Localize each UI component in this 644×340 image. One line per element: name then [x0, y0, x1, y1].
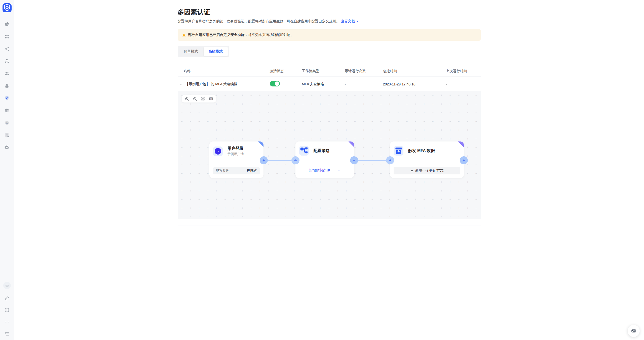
node-configure-policy[interactable]: 配置策略 新增限制条件 — [295, 141, 354, 178]
warning-banner: 部分自建应用已开启自定义安全功能，将不受本页面功能配置影响。 — [178, 29, 481, 41]
mode-tab-0[interactable]: 简单模式 — [179, 47, 203, 56]
connector-line — [264, 160, 295, 161]
node-head: 触发 MFA 数据 — [390, 141, 464, 156]
column-header-5: 上次运行时间 — [442, 69, 481, 73]
sidebar-item-letter-a[interactable]: A — [4, 120, 10, 125]
node-titles: 配置策略 — [314, 148, 330, 153]
workflow-canvas[interactable]: ++++++++++++++++++++++++++++++++++++++++… — [178, 91, 481, 219]
connector-line — [354, 160, 390, 161]
total-runs: - — [341, 82, 379, 86]
sidebar-item-cube[interactable] — [4, 108, 10, 113]
column-header-0: 名称 — [178, 69, 266, 73]
mode-tab-1[interactable]: 高级模式 — [204, 47, 228, 56]
sidebar-item-shield-check[interactable] — [4, 95, 10, 101]
table-bottom-border — [178, 219, 481, 225]
column-header-3: 累计运行次数 — [341, 69, 379, 73]
keyboard-shortcuts-button[interactable] — [628, 325, 640, 337]
add-restriction-button[interactable]: 新增限制条件 — [295, 167, 354, 174]
sidebar-item-pie-chart[interactable] — [4, 22, 10, 27]
node-subtitle: 示例用户池 — [228, 152, 244, 156]
cell-name: 【示例用户池】 的 MFA 策略编排 — [178, 82, 266, 86]
node-title: 触发 MFA 数据 — [408, 148, 435, 153]
sidebar-item-document[interactable] — [4, 132, 10, 138]
sidebar-item-robot[interactable] — [3, 282, 11, 289]
active-toggle[interactable] — [270, 81, 280, 86]
created-at: 2023-11-29 17:40:16 — [379, 82, 442, 86]
divider — [335, 169, 335, 172]
page-description-text: 配置除用户名和密码之外的第二次身份验证，配置将对所有应用生效，可在自建应用中配置… — [178, 19, 340, 24]
row-expander-icon[interactable] — [179, 82, 183, 86]
workflow-type: MFA 安全策略 — [298, 82, 341, 86]
page-description: 配置除用户名和密码之外的第二次身份验证，配置将对所有应用生效，可在自建应用中配置… — [178, 19, 481, 24]
app-root: A 多因素认证 配置除用户名和密码之外的第二次身份验证，配置将对所有应用生效，可… — [0, 0, 644, 340]
page-title: 多因素认证 — [178, 8, 481, 16]
column-header-1: 激活状态 — [266, 69, 298, 73]
cell-status — [266, 81, 298, 87]
shield-logo-icon — [3, 3, 12, 12]
connector-arrow — [291, 156, 299, 164]
plus-icon — [410, 169, 414, 172]
node-fold — [458, 141, 464, 147]
add-node-button[interactable] — [350, 156, 358, 164]
sidebar-item-collapse[interactable] — [4, 331, 10, 336]
content-column: 多因素认证 配置除用户名和密码之外的第二次身份验证，配置将对所有应用生效，可在自… — [178, 0, 481, 225]
node-user-login[interactable]: 用户登录 示例用户池 配置参数 已配置 — [209, 141, 263, 178]
svg-text:A: A — [6, 122, 8, 124]
warning-text: 部分自建应用已开启自定义安全功能，将不受本页面功能配置影响。 — [188, 33, 294, 37]
warning-icon — [182, 33, 186, 37]
archive-icon — [394, 146, 403, 156]
node-title: 配置策略 — [314, 148, 330, 153]
column-header-4: 创建时间 — [379, 69, 442, 73]
workflow-name: 【示例用户池】 的 MFA 策略编排 — [185, 82, 238, 86]
sidebar-item-link[interactable] — [4, 296, 10, 301]
node-fold — [349, 141, 354, 147]
toggle-knob — [275, 81, 279, 86]
view-docs-link[interactable]: 查看文档 — [341, 19, 359, 24]
canvas-toolbar: 1:1 — [182, 95, 216, 103]
fit-screen-button[interactable] — [201, 97, 205, 101]
sidebar-item-share[interactable] — [4, 46, 10, 52]
sidebar: A — [0, 0, 14, 340]
flow-icon — [299, 146, 309, 156]
archive-glyph — [394, 146, 403, 156]
add-node-button[interactable] — [260, 156, 268, 164]
sidebar-nav: A — [4, 22, 10, 150]
add-verification-button[interactable]: 新增一个验证方式 — [394, 167, 460, 174]
zoom-in-button[interactable] — [185, 97, 189, 101]
sidebar-item-book[interactable] — [4, 308, 10, 313]
sidebar-item-gear[interactable] — [4, 145, 10, 150]
svg-text:1:1: 1:1 — [210, 98, 212, 100]
add-verification-label: 新增一个验证方式 — [415, 168, 443, 173]
sidebar-item-apps[interactable] — [4, 34, 10, 39]
plus-icon — [462, 159, 466, 162]
sidebar-item-users[interactable] — [4, 71, 10, 76]
configure-params-label: 配置参数 — [216, 169, 229, 173]
caret-right-icon — [356, 20, 359, 23]
table-header: 名称激活状态工作流类型累计运行次数创建时间上次运行时间 — [178, 66, 481, 77]
arrow-right-icon — [388, 159, 392, 162]
node-trigger-mfa-data[interactable]: 触发 MFA 数据 新增一个验证方式 — [390, 141, 464, 178]
sidebar-item-org-tree[interactable] — [4, 59, 10, 64]
configure-params-row[interactable]: 配置参数 已配置 — [213, 167, 260, 174]
arrow-right-icon — [294, 159, 297, 162]
mode-tabs: 简单模式高级模式 — [178, 46, 229, 57]
node-titles: 用户登录 示例用户池 — [228, 146, 244, 156]
node-title: 用户登录 — [228, 146, 244, 151]
app-logo[interactable] — [3, 3, 12, 12]
node-fold — [258, 141, 263, 147]
clock-icon — [213, 147, 223, 156]
main-content: 多因素认证 配置除用户名和密码之外的第二次身份验证，配置将对所有应用生效，可在自… — [14, 0, 644, 340]
node-titles: 触发 MFA 数据 — [408, 148, 435, 153]
add-node-button[interactable] — [460, 156, 468, 164]
table-row[interactable]: 【示例用户池】 的 MFA 策略编排 MFA 安全策略 - 2023-11-29… — [178, 77, 481, 91]
one-to-one-button[interactable]: 1:1 — [209, 97, 213, 101]
view-docs-label: 查看文档 — [341, 19, 355, 24]
zoom-out-button[interactable] — [193, 97, 197, 101]
last-run-at: - — [442, 82, 481, 86]
sidebar-footer-nav — [0, 282, 14, 340]
plus-icon — [262, 159, 266, 162]
sidebar-item-lock[interactable] — [4, 83, 10, 88]
caret-down-icon[interactable] — [337, 169, 340, 172]
sidebar-item-ellipsis[interactable] — [4, 319, 10, 325]
workflow-table: 名称激活状态工作流类型累计运行次数创建时间上次运行时间 【示例用户池】 的 MF… — [178, 66, 481, 225]
